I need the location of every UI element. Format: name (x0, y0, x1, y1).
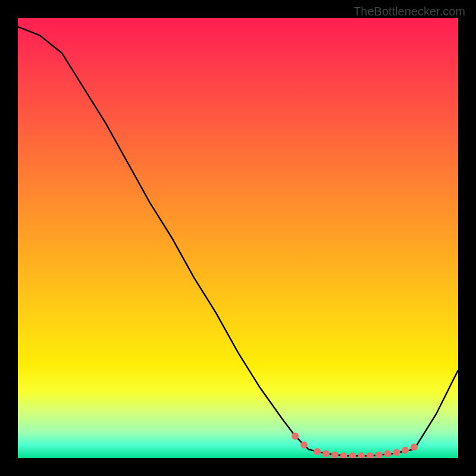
marker-dot (411, 444, 418, 451)
marker-dot (340, 452, 347, 458)
marker-dot (292, 433, 299, 440)
marker-dot (393, 449, 400, 456)
marker-points (292, 433, 418, 458)
bottleneck-curve (18, 27, 458, 456)
watermark-text: TheBottlenecker.com (353, 5, 465, 18)
marker-dot (322, 450, 330, 458)
marker-dot (349, 452, 356, 458)
chart-container (18, 18, 458, 458)
marker-dot (375, 452, 383, 458)
marker-dot (384, 450, 392, 458)
marker-dot (402, 447, 409, 454)
chart-svg (18, 18, 458, 458)
marker-dot (358, 452, 365, 458)
marker-dot (367, 452, 374, 458)
marker-dot (331, 452, 339, 458)
marker-dot (300, 441, 308, 449)
marker-dot (314, 448, 321, 455)
